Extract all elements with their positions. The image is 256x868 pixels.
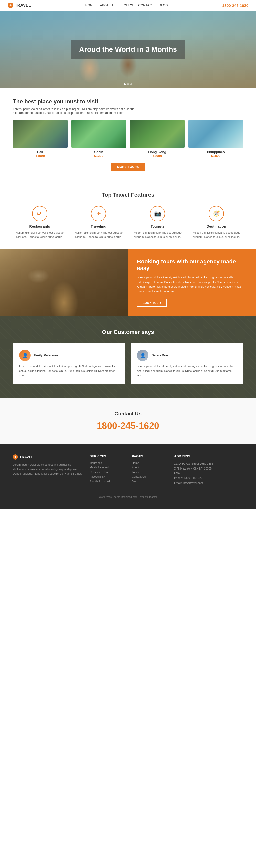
destinations-grid: Bali $1500 Spain $1200 Hong Kong $2000 P… — [13, 120, 243, 158]
features-section: Top Travel Features 🍽 Restaurants Nullam… — [0, 181, 256, 249]
dest-img-hk — [130, 120, 185, 148]
dest-card-ph: Philippines $1800 — [188, 120, 243, 158]
testimonial-text-emily: Lorem ipsum dolor sit amet test link adi… — [19, 364, 119, 378]
footer-services-list: Insurance Meals Included Customer Care A… — [89, 461, 124, 483]
dest-card-bali: Bali $1500 — [13, 120, 68, 158]
footer-address-line-0: 123 ABC Ave Street Vone 2455 — [174, 461, 243, 466]
dest-name-ph: Philippines — [188, 150, 243, 154]
dest-price-spain: $1200 — [71, 154, 126, 158]
features-heading: Top Travel Features — [13, 191, 243, 198]
hero-overlay: Aroud the World in 3 Months — [71, 40, 185, 59]
footer-address: 123 ABC Ave Street Vone 2455 XYZ New Yor… — [174, 461, 243, 485]
feature-tourists: 📷 Tourists Nullam dignissim convallis es… — [131, 206, 184, 239]
nav-home[interactable]: HOME — [85, 4, 95, 7]
footer-address-line-3: Phone: 1300 245 1620 — [174, 476, 243, 480]
logo-text: TRAVEL — [15, 3, 31, 8]
testimonials-section: Our Customer says 👤 Emily Peterson Lorem… — [0, 316, 256, 398]
nav-contact[interactable]: CONTACT — [138, 4, 154, 7]
footer-services-heading: SERVICES — [89, 454, 124, 458]
dest-img-bali — [13, 120, 68, 148]
book-tour-button[interactable]: BOOK TOUR — [137, 299, 167, 307]
testimonials-heading: Our Customer says — [13, 329, 243, 335]
header-phone[interactable]: 1800-245-1620 — [222, 3, 248, 8]
nav-about[interactable]: ABOUT US — [100, 4, 117, 7]
avatar-sarah: 👤 — [137, 349, 148, 361]
footer-service-1[interactable]: Meals Included — [89, 466, 124, 469]
feature-restaurants: 🍽 Restaurants Nullam dignissim convallis… — [13, 206, 67, 239]
feature-desc-destination: Nullam dignissim convallis est quisque a… — [189, 230, 243, 239]
footer-address-col: ADDRESS 123 ABC Ave Street Vone 2455 XYZ… — [174, 454, 243, 485]
feature-title-traveling: Traveling — [72, 224, 125, 228]
testimonial-header-sarah: 👤 Sarah Doe — [137, 349, 237, 361]
footer-address-line-4: Email: info@travel.com — [174, 480, 243, 486]
footer-service-2[interactable]: Customer Care — [89, 470, 124, 474]
footer-logo: ✈ TRAVEL — [13, 454, 82, 460]
testimonial-emily: 👤 Emily Peterson Lorem ipsum dolor sit a… — [13, 343, 125, 384]
feature-title-restaurants: Restaurants — [13, 224, 67, 228]
footer-desc: Lorem ipsum dolor sit amet, test link ad… — [13, 463, 82, 476]
best-places-section: The best place you must to visit Lorem i… — [0, 88, 256, 181]
tourists-icon: 📷 — [150, 206, 165, 221]
feature-desc-restaurants: Nullam dignissim convallis est quisque a… — [13, 230, 67, 239]
footer-page-2[interactable]: Tours — [132, 470, 167, 474]
dest-card-spain: Spain $1200 — [71, 120, 126, 158]
dest-name-bali: Bali — [13, 150, 68, 154]
footer-logo-text: TRAVEL — [20, 455, 34, 459]
features-grid: 🍽 Restaurants Nullam dignissim convallis… — [13, 206, 243, 239]
dest-img-spain — [71, 120, 126, 148]
booking-description: Lorem ipsum dolor sit amet, test link ad… — [137, 275, 247, 293]
dot-1[interactable] — [124, 83, 126, 85]
logo[interactable]: ✈ TRAVEL — [8, 3, 31, 8]
footer-grid: ✈ TRAVEL Lorem ipsum dolor sit amet, tes… — [13, 454, 243, 485]
booking-image — [0, 249, 128, 316]
footer-copyright: WordPress Theme Designed With TemplateTo… — [13, 492, 243, 498]
testimonial-name-sarah: Sarah Doe — [152, 353, 168, 357]
testimonial-sarah: 👤 Sarah Doe Lorem ipsum dolor sit amet, … — [131, 343, 243, 384]
contact-section: Contact Us 1800-245-1620 — [0, 398, 256, 444]
footer-page-4[interactable]: Blog — [132, 480, 167, 483]
feature-title-destination: Destination — [189, 224, 243, 228]
slider-dots — [124, 83, 132, 85]
booking-heading: Booking tours with our agency made easy — [137, 258, 247, 272]
site-header: ✈ TRAVEL HOME ABOUT US TOURS CONTACT BLO… — [0, 0, 256, 11]
restaurants-icon: 🍽 — [32, 206, 47, 221]
best-places-desc: Lorem ipsum dolor sit amet test link adi… — [13, 107, 141, 115]
nav-blog[interactable]: BLOG — [159, 4, 168, 7]
feature-destination: 🧭 Destination Nullam dignissim convallis… — [189, 206, 243, 239]
footer-service-0[interactable]: Insurance — [89, 461, 124, 464]
nav-tours[interactable]: TOURS — [122, 4, 133, 7]
contact-phone[interactable]: 1800-245-1620 — [13, 421, 243, 431]
dot-3[interactable] — [130, 83, 132, 85]
avatar-emily: 👤 — [19, 349, 31, 361]
dest-name-spain: Spain — [71, 150, 126, 154]
footer-page-0[interactable]: Home — [132, 461, 167, 464]
footer-page-3[interactable]: Contact Us — [132, 475, 167, 478]
more-tours-button[interactable]: MORE TOURS — [111, 163, 145, 171]
footer-service-3[interactable]: Accessibility — [89, 475, 124, 478]
site-footer: ✈ TRAVEL Lorem ipsum dolor sit amet, tes… — [0, 444, 256, 509]
dest-price-hk: $2000 — [130, 154, 185, 158]
footer-brand: ✈ TRAVEL Lorem ipsum dolor sit amet, tes… — [13, 454, 82, 485]
booking-content: Booking tours with our agency made easy … — [128, 249, 256, 316]
hero-title: Aroud the World in 3 Months — [79, 45, 177, 54]
traveling-icon: ✈ — [91, 206, 106, 221]
footer-address-heading: ADDRESS — [174, 454, 243, 458]
feature-title-tourists: Tourists — [131, 224, 184, 228]
feature-traveling: ✈ Traveling Nullam dignissim convallis e… — [72, 206, 125, 239]
dot-2[interactable] — [127, 83, 129, 85]
contact-heading: Contact Us — [13, 411, 243, 417]
footer-service-4[interactable]: Shuttle Included — [89, 480, 124, 483]
hero-section: Aroud the World in 3 Months — [0, 11, 256, 88]
main-nav: HOME ABOUT US TOURS CONTACT BLOG — [85, 4, 168, 7]
footer-copyright-text: WordPress Theme Designed With TemplateTo… — [99, 496, 157, 498]
booking-image-overlay — [0, 249, 128, 316]
footer-logo-icon: ✈ — [13, 454, 18, 460]
footer-page-1[interactable]: About — [132, 466, 167, 469]
footer-address-line-2: USA — [174, 471, 243, 476]
dest-price-ph: $1800 — [188, 154, 243, 158]
best-places-heading: The best place you must to visit — [13, 98, 243, 105]
dest-price-bali: $1500 — [13, 154, 68, 158]
footer-pages: PAGES Home About Tours Contact Us Blog — [132, 454, 167, 485]
logo-icon: ✈ — [8, 3, 13, 8]
dest-img-ph — [188, 120, 243, 148]
